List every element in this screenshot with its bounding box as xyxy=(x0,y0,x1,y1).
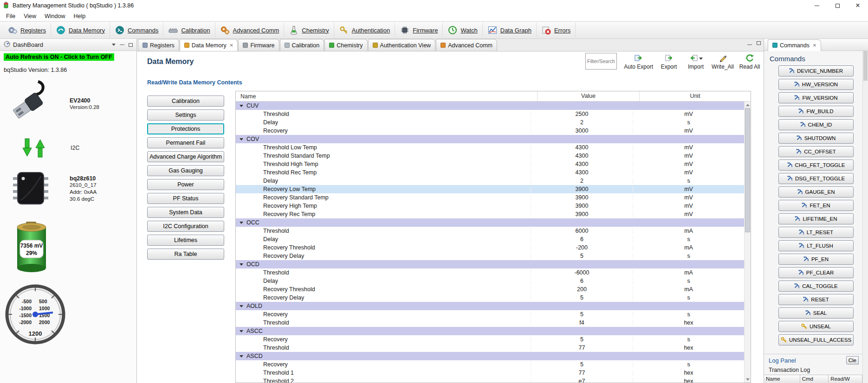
import-button[interactable]: Import xyxy=(685,54,707,70)
tab-commands[interactable]: Commands × xyxy=(768,39,821,51)
cell-value[interactable]: e7 xyxy=(531,378,633,383)
table-row[interactable]: Recovery Standard Temp3900mV xyxy=(236,193,744,202)
table-row[interactable]: Recovery Low Temp3900mV xyxy=(236,185,744,193)
category-settings[interactable]: Settings xyxy=(147,109,224,121)
cell-value[interactable]: 4300 xyxy=(531,161,633,167)
table-row[interactable]: Delay2s xyxy=(236,177,744,185)
table-row[interactable]: Recovery High Temp3900mV xyxy=(236,202,744,210)
command-chem-id[interactable]: CHEM_ID xyxy=(778,119,854,130)
table-row[interactable]: Delay2s xyxy=(236,118,744,127)
table-scrollbar[interactable] xyxy=(744,102,751,383)
section-row-cov[interactable]: COV xyxy=(236,135,744,143)
category-lifetimes[interactable]: Lifetimes xyxy=(147,235,224,246)
command-lt-flush[interactable]: LT_FLUSH xyxy=(778,240,854,251)
table-row[interactable]: Threshold-6000mA xyxy=(236,268,744,277)
cell-value[interactable]: -200 xyxy=(531,244,633,251)
clear-log-button[interactable]: Cle xyxy=(846,356,859,364)
command-unseal-full-access[interactable]: UNSEAL_FULL_ACCESS xyxy=(778,334,854,345)
cell-value[interactable]: 200 xyxy=(531,286,633,293)
cell-value[interactable]: 4300 xyxy=(531,169,633,176)
category-i2c-configuration[interactable]: I2C Configuration xyxy=(147,221,224,232)
command-chg-fet-toggle[interactable]: CHG_FET_TOGGLE xyxy=(778,160,854,171)
table-row[interactable]: Recovery Threshold200mA xyxy=(236,285,744,294)
i2c-arrows-icon[interactable] xyxy=(19,137,48,160)
table-row[interactable]: Threshold 177hex xyxy=(236,369,744,377)
table-row[interactable]: Threshold Low Temp4300mV xyxy=(236,143,744,152)
table-row[interactable]: Threshold Rec Temp4300mV xyxy=(236,168,744,177)
current-gauge[interactable]: -500 500 -1000 1000 -1500 1500 -2000 200… xyxy=(5,284,66,346)
cell-value[interactable]: 6 xyxy=(531,236,633,243)
cell-value[interactable]: -6000 xyxy=(531,269,633,276)
cell-value[interactable]: 2 xyxy=(531,119,633,126)
table-row[interactable]: Delay6s xyxy=(236,277,744,285)
auto-export-button[interactable]: Auto Export xyxy=(624,54,653,70)
section-row-ascd[interactable]: ASCD xyxy=(236,352,744,360)
command-cal-toggle[interactable]: CAL_TOGGLE xyxy=(778,281,854,292)
column-header-name[interactable]: Name xyxy=(236,93,537,100)
toolbar-authentication[interactable]: Authentication xyxy=(334,23,395,38)
table-row[interactable]: Threshold77hex xyxy=(236,344,744,352)
command-pf-clear[interactable]: PF_CLEAR xyxy=(778,267,854,278)
log-column-name[interactable]: Name xyxy=(764,375,800,383)
section-row-cuv[interactable]: CUV xyxy=(236,102,744,110)
menu-help[interactable]: Help xyxy=(70,11,90,21)
command-seal[interactable]: SEAL xyxy=(778,307,854,319)
tab-registers[interactable]: Registers xyxy=(138,39,179,51)
menu-view[interactable]: View xyxy=(19,11,40,21)
category-advanced-charge-algorithm[interactable]: Advanced Charge Algorithm xyxy=(147,151,224,162)
cell-value[interactable]: 4300 xyxy=(531,144,633,151)
menu-file[interactable]: File xyxy=(2,11,19,21)
category-pf-status[interactable]: PF Status xyxy=(147,193,224,204)
cell-value[interactable]: 3900 xyxy=(531,194,633,201)
table-row[interactable]: Threshold High Temp4300mV xyxy=(236,160,744,168)
tab-firmware[interactable]: Firmware xyxy=(238,39,279,51)
read-write-link[interactable]: Read/Write Data Memory Contents xyxy=(147,79,242,86)
panel-scrollbar-thumb[interactable] xyxy=(863,51,868,81)
table-row[interactable]: Recovery5s xyxy=(236,360,744,369)
table-row[interactable]: Recovery5s xyxy=(236,310,744,319)
tab-data-memory[interactable]: Data Memory× xyxy=(180,39,238,51)
command-cc-offset[interactable]: CC_OFFSET xyxy=(778,146,854,157)
category-gas-gauging[interactable]: Gas Gauging xyxy=(147,165,224,176)
section-row-ascc[interactable]: ASCC xyxy=(236,327,744,335)
scroll-up-icon[interactable] xyxy=(745,102,751,108)
toolbar-registers[interactable]: Registers xyxy=(3,23,51,38)
toolbar-calibration[interactable]: Calibration xyxy=(163,23,215,38)
menu-window[interactable]: Window xyxy=(40,11,69,21)
toolbar-data-memory[interactable]: Data Memory xyxy=(51,23,110,38)
toolbar-data-graph[interactable]: Data Graph xyxy=(483,23,537,38)
command-lt-reset[interactable]: LT_RESET xyxy=(778,227,854,238)
command-gauge-en[interactable]: GAUGE_EN xyxy=(778,186,854,198)
maximize-view-icon[interactable] xyxy=(757,41,761,45)
table-row[interactable]: Threshold2500mV xyxy=(236,110,744,118)
table-row[interactable]: Thresholdf4hex xyxy=(236,319,744,327)
command-lifetime-en[interactable]: LIFETIME_EN xyxy=(778,213,854,224)
read-all-button[interactable]: Read All xyxy=(738,54,761,70)
filter-search-input[interactable] xyxy=(585,53,617,70)
cell-value[interactable]: 5 xyxy=(531,253,633,259)
maximize-button[interactable] xyxy=(827,0,848,11)
auto-refresh-toggle[interactable]: Auto Refresh is ON - Click to Turn OFF xyxy=(4,53,114,61)
usb-adapter-icon[interactable] xyxy=(6,79,53,127)
section-row-ocd[interactable]: OCD xyxy=(236,260,744,268)
command-fw-build[interactable]: FW_BUILD xyxy=(778,106,854,117)
command-fet-en[interactable]: FET_EN xyxy=(778,200,854,211)
table-row[interactable]: Threshold6000mA xyxy=(236,227,744,235)
table-row[interactable]: Delay6s xyxy=(236,235,744,243)
column-header-unit[interactable]: Unit xyxy=(639,91,751,101)
chevron-down-icon[interactable] xyxy=(699,57,703,60)
category-system-data[interactable]: System Data xyxy=(147,207,224,218)
category-permanent-fail[interactable]: Permanent Fail xyxy=(147,137,224,148)
table-row[interactable]: Recovery5s xyxy=(236,335,744,344)
table-row[interactable]: Threshold 2e7hex xyxy=(236,377,744,383)
close-button[interactable]: × xyxy=(848,0,868,11)
tab-authentication-view[interactable]: Authentication View xyxy=(368,39,436,51)
cell-value[interactable]: 6 xyxy=(531,278,633,284)
chevron-down-icon[interactable] xyxy=(112,44,116,46)
minimize-panel-icon[interactable] xyxy=(120,45,124,45)
section-row-occ[interactable]: OCC xyxy=(236,218,744,227)
table-row[interactable]: Threshold Standard Temp4300mV xyxy=(236,152,744,160)
cell-value[interactable]: 5 xyxy=(531,336,633,343)
maximize-panel-icon[interactable] xyxy=(129,43,133,47)
panel-scrollbar[interactable] xyxy=(862,51,868,383)
